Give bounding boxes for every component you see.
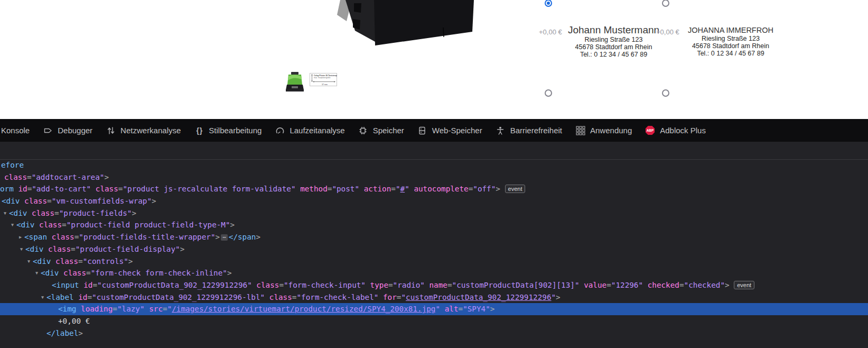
markup-line[interactable]: <input id="customProductData_902_1229912…: [0, 279, 868, 291]
tab-label: Speicher: [373, 126, 404, 135]
thumb-subtitle: max. Textplattengröße: [314, 77, 331, 79]
markup-line[interactable]: ▼<div class="product-field product-field…: [0, 219, 868, 231]
code-token: [79, 281, 84, 289]
markup-line[interactable]: <img loading="lazy" src="/images/stories…: [0, 303, 868, 315]
code-token: =: [459, 305, 463, 313]
code-token: [265, 293, 269, 301]
code-token: class: [24, 197, 47, 205]
markup-line[interactable]: class="addtocart-area">: [0, 171, 868, 184]
radio-option2[interactable]: [662, 0, 669, 7]
option1-stamp-preview[interactable]: Johann Mustermann Riesling Straße 123 45…: [567, 24, 660, 59]
markup-line[interactable]: </label>: [0, 327, 868, 340]
performance-icon: [275, 125, 285, 135]
code-token: [59, 269, 63, 277]
code-token: =: [71, 245, 76, 253]
event-badge[interactable]: event: [505, 185, 526, 193]
code-token: =: [78, 257, 83, 265]
code-token: <div: [2, 197, 20, 205]
option2-address-line: 45678 Stadtdorf am Rhein: [683, 42, 778, 50]
markup-line[interactable]: efore: [0, 159, 868, 171]
option1-address-line: Riesling Straße 123: [567, 36, 660, 43]
code-token: =: [87, 293, 92, 301]
tab-konsole[interactable]: Konsole: [0, 119, 36, 142]
tab-laufzeitanalyse[interactable]: Laufzeitanalyse: [268, 119, 351, 142]
style-icon: { }: [194, 125, 204, 135]
code-token: =: [391, 185, 396, 193]
stamp-dimension-thumbnail[interactable]: Colop Printer 20 Textstempel max. Textpl…: [310, 73, 337, 86]
code-token: ": [552, 293, 556, 301]
product-photo: [328, 0, 478, 48]
markup-line[interactable]: orm id="add-to-cart" class="product js-r…: [0, 183, 868, 195]
twisty-icon[interactable]: ▼: [2, 207, 8, 219]
code-token: >: [490, 305, 495, 313]
code-token: =: [86, 269, 91, 277]
option2-address-line: Riesling Straße 123: [683, 35, 778, 42]
code-token: id: [83, 281, 92, 289]
twisty-icon[interactable]: ▼: [18, 243, 25, 255]
radio-option1[interactable]: [545, 0, 552, 7]
markup-line[interactable]: +0,00 €: [0, 315, 868, 327]
stamp-thumbnail-green[interactable]: [284, 71, 305, 92]
code-token: =: [47, 197, 52, 205]
code-token: [76, 305, 81, 313]
markup-line[interactable]: <div class="vm-customfields-wrap">: [0, 195, 868, 207]
code-token: <div: [25, 245, 43, 253]
tab-web-speicher[interactable]: Web-Speicher: [410, 119, 489, 142]
code-token: "customProductData_902_1229912296-lbl": [92, 293, 265, 301]
tab-adblock-plus[interactable]: ABPAdblock Plus: [639, 119, 713, 142]
svg-text:ABP: ABP: [647, 129, 654, 132]
code-token: [34, 221, 39, 229]
code-token: =: [54, 209, 59, 217]
code-token: =: [447, 281, 452, 289]
option1-price: +0,00 €: [539, 28, 562, 36]
tab-label: Konsole: [1, 126, 30, 135]
code-token: type: [370, 281, 388, 289]
code-token: <div: [16, 221, 34, 229]
code-token: value: [584, 281, 606, 289]
twisty-icon[interactable]: ▶: [17, 231, 24, 243]
code-token: ": [167, 305, 172, 313]
application-icon: [575, 125, 585, 135]
code-token: >: [152, 197, 156, 205]
tab-speicher[interactable]: Speicher: [351, 119, 410, 142]
tab-netzwerkanalyse[interactable]: Netzwerkanalyse: [99, 119, 188, 142]
code-token: "product-fields": [59, 209, 132, 217]
markup-line[interactable]: ▼<div class="form-check form-check-inlin…: [0, 267, 868, 279]
thumb-width-label: 37 mm: [322, 84, 328, 86]
tab-stilbearbeitung[interactable]: { }Stilbearbeitung: [188, 119, 268, 142]
tab-label: Web-Speicher: [432, 126, 482, 135]
markup-line[interactable]: ▼<div class="product-field-display">: [0, 243, 868, 255]
code-token: method: [300, 185, 328, 193]
code-token: [580, 281, 584, 289]
code-token: "addtocart-area": [32, 173, 105, 181]
option2-stamp-preview[interactable]: JOHANNA IMMERFROH Riesling Straße 123 45…: [683, 26, 778, 58]
tab-anwendung[interactable]: Anwendung: [569, 119, 639, 142]
markup-line[interactable]: ▼<div class="product-fields">: [0, 207, 868, 219]
twisty-icon[interactable]: ▼: [9, 219, 16, 231]
code-token: +0,00 €: [58, 317, 90, 325]
code-token: "vm-customfields-wrap": [52, 197, 152, 205]
code-token: class: [4, 173, 27, 181]
attribute-link[interactable]: #: [400, 185, 405, 193]
markup-line[interactable]: ▼<label id="customProductData_902_122991…: [0, 291, 868, 304]
markup-line[interactable]: ▶<span class="product-fields-title-wrapp…: [0, 231, 868, 243]
tab-debugger[interactable]: Debugger: [36, 119, 99, 142]
attribute-link[interactable]: customProductData_902_1229912296: [406, 293, 551, 301]
code-token: class: [55, 257, 78, 265]
radio-option3[interactable]: [545, 89, 552, 97]
code-token: "product-field product-field-type-M": [67, 221, 230, 229]
twisty-icon[interactable]: ▼: [39, 291, 46, 304]
twisty-icon[interactable]: ▼: [33, 267, 40, 279]
radio-option4[interactable]: [662, 89, 669, 97]
markup-line[interactable]: ▼<div class="controls">: [0, 255, 868, 268]
ellipsis-badge[interactable]: ⋯: [221, 234, 228, 241]
tab-barrierefreiheit[interactable]: Barrierefreiheit: [489, 119, 568, 142]
attribute-link[interactable]: /images/stories/virtuemart/product/resiz…: [172, 305, 435, 313]
network-icon: [106, 125, 116, 135]
twisty-icon[interactable]: ▼: [25, 255, 32, 268]
code-token: [43, 245, 48, 253]
devtools-tab-bar: KonsoleDebuggerNetzwerkanalyse{ }Stilbea…: [0, 119, 868, 142]
code-token: [91, 185, 96, 193]
code-token: alt: [445, 305, 459, 313]
event-badge[interactable]: event: [734, 281, 754, 289]
